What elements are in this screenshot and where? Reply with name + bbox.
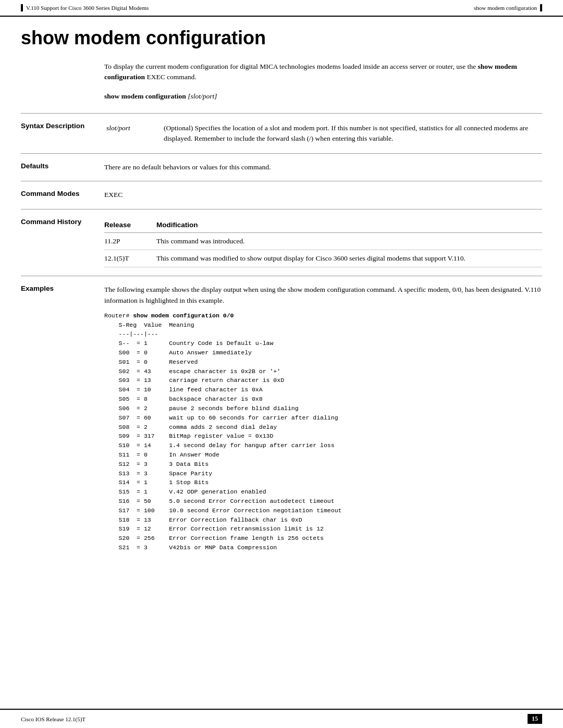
- page-header: V.110 Support for Cisco 3600 Series Digi…: [0, 0, 563, 17]
- syntax-description-section: Syntax Description slot/port (Optional) …: [21, 114, 542, 154]
- code-line: S09 = 317 BitMap register value = 0x13D: [104, 433, 273, 439]
- command-syntax-param: [slot/port]: [188, 92, 217, 100]
- page-footer: Cisco IOS Release 12.1(5)T 15: [0, 709, 563, 728]
- command-modes-content: EXEC: [104, 190, 542, 200]
- command-history-content: Release Modification 11.2PThis command w…: [104, 218, 542, 268]
- code-line: S16 = 50 5.0 second Error Correction aut…: [104, 498, 335, 504]
- code-line: S05 = 8 backspace character is 0x8: [104, 396, 263, 402]
- code-line: S-- = 1 Country Code is Default u-law: [104, 340, 273, 347]
- code-line: S12 = 3 3 Data Bits: [104, 461, 209, 467]
- code-line: S19 = 12 Error Correction retransmission…: [104, 525, 324, 532]
- history-col-modification: Modification: [156, 218, 542, 233]
- history-table-header-row: Release Modification: [104, 218, 542, 233]
- code-line: S04 = 10 line feed character is 0xA: [104, 386, 263, 393]
- intro-text-before: To display the current modem configurati…: [104, 63, 478, 70]
- examples-content: The following example shows the display …: [104, 285, 542, 552]
- syntax-table: slot/port (Optional) Specifies the locat…: [104, 122, 542, 145]
- code-line: ---|---|---: [104, 330, 158, 337]
- main-content: show modem configuration To display the …: [0, 17, 563, 582]
- code-line: S00 = 0 Auto Answer immediately: [104, 349, 252, 356]
- code-bold-command: show modem configuration 0/0: [133, 312, 234, 319]
- intro-text-after: EXEC command.: [145, 73, 197, 81]
- code-line: Router# show modem configuration 0/0: [104, 312, 234, 319]
- history-table-head: Release Modification: [104, 218, 542, 233]
- code-line: S18 = 13 Error Correction fallback char …: [104, 516, 302, 523]
- history-modification-cell: This command was modified to show output…: [156, 250, 542, 267]
- command-modes-label: Command Modes: [21, 190, 104, 200]
- intro-paragraph: To display the current modem configurati…: [104, 61, 542, 83]
- syntax-description-content: slot/port (Optional) Specifies the locat…: [104, 122, 542, 145]
- code-line: S08 = 2 comma adds 2 second dial delay: [104, 424, 277, 430]
- history-table: Release Modification 11.2PThis command w…: [104, 218, 542, 268]
- header-left: V.110 Support for Cisco 3600 Series Digi…: [21, 4, 149, 11]
- code-line: S11 = 0 In Answer Mode: [104, 451, 219, 458]
- code-line: S14 = 1 1 Stop Bits: [104, 479, 209, 486]
- code-line: S06 = 2 pause 2 seconds before blind dia…: [104, 405, 299, 412]
- command-history-label: Command History: [21, 218, 104, 268]
- code-line: S15 = 1 V.42 ODP generation enabled: [104, 488, 266, 495]
- syntax-desc-cell: (Optional) Specifies the location of a s…: [162, 122, 542, 145]
- history-release-cell: 12.1(5)T: [104, 250, 156, 267]
- history-modification-cell: This command was introduced.: [156, 232, 542, 250]
- command-modes-section: Command Modes EXEC: [21, 181, 542, 209]
- syntax-description-label: Syntax Description: [21, 122, 104, 145]
- command-syntax-line: show modem configuration [slot/port]: [104, 92, 542, 101]
- code-line: S07 = 60 wait up to 60 seconds for carri…: [104, 414, 338, 421]
- examples-section: Examples The following example shows the…: [21, 276, 542, 561]
- command-history-section: Command History Release Modification 11.…: [21, 209, 542, 277]
- code-line: S13 = 3 Space Parity: [104, 470, 212, 477]
- code-line: S03 = 13 carriage return character is 0x…: [104, 377, 284, 384]
- footer-page-number: 15: [528, 714, 542, 724]
- history-col-release: Release: [104, 218, 156, 233]
- code-line: S01 = 0 Reserved: [104, 359, 198, 365]
- defaults-label: Defaults: [21, 162, 104, 172]
- code-line: S02 = 43 escape character is 0x2B or '+': [104, 368, 280, 375]
- code-block: Router# show modem configuration 0/0 S-R…: [104, 311, 542, 552]
- header-right: show modem configuration: [474, 4, 542, 11]
- code-line: S20 = 256 Error Correction frame length …: [104, 535, 324, 541]
- history-release-cell: 11.2P: [104, 232, 156, 250]
- defaults-section: Defaults There are no default behaviors …: [21, 154, 542, 181]
- code-line: S21 = 3 V42bis or MNP Data Compression: [104, 544, 277, 551]
- defaults-content: There are no default behaviors or values…: [104, 162, 542, 172]
- footer-left: Cisco IOS Release 12.1(5)T: [21, 716, 85, 722]
- code-line: S-Reg Value Meaning: [104, 322, 194, 328]
- command-syntax-bold: show modem configuration: [104, 92, 188, 100]
- history-table-row: 12.1(5)TThis command was modified to sho…: [104, 250, 542, 267]
- examples-intro: The following example shows the display …: [104, 285, 542, 306]
- header-right-text: show modem configuration: [474, 5, 537, 11]
- syntax-param-cell: slot/port: [104, 122, 162, 145]
- page-title: show modem configuration: [21, 27, 542, 49]
- header-left-text: V.110 Support for Cisco 3600 Series Digi…: [26, 5, 149, 11]
- header-bar-left: [21, 4, 23, 11]
- history-table-body: 11.2PThis command was introduced.12.1(5)…: [104, 232, 542, 267]
- syntax-table-row: slot/port (Optional) Specifies the locat…: [104, 122, 542, 145]
- history-table-row: 11.2PThis command was introduced.: [104, 232, 542, 250]
- header-bar-right: [540, 4, 542, 11]
- code-line: S17 = 100 10.0 second Error Correction n…: [104, 507, 341, 514]
- code-line: S10 = 14 1.4 second delay for hangup aft…: [104, 442, 335, 449]
- examples-label: Examples: [21, 285, 104, 552]
